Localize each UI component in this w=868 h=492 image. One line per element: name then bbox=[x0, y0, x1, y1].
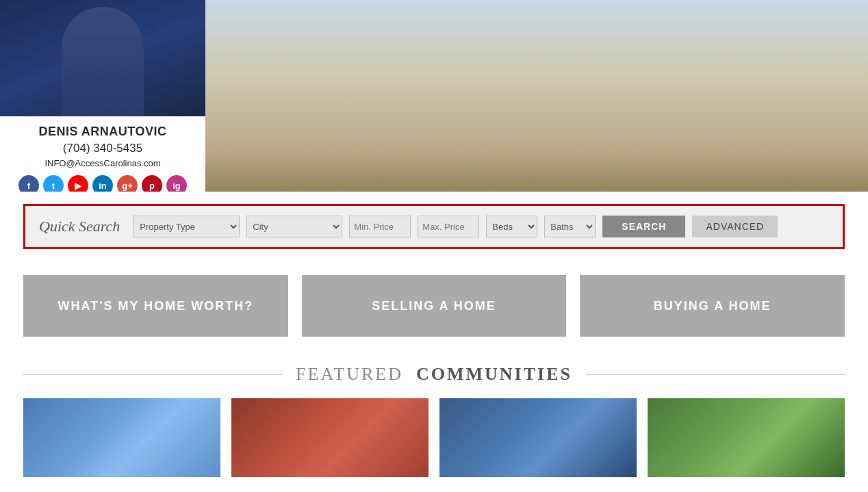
community-card-noda[interactable] bbox=[231, 398, 429, 477]
selling-home-label: SELLING A HOME bbox=[372, 299, 496, 313]
community-card-ballantyne[interactable] bbox=[648, 398, 845, 477]
property-type-select[interactable]: Property Type Single Family Condo Townho… bbox=[133, 216, 240, 237]
agent-name: DENIS ARNAUTOVIC bbox=[11, 125, 194, 139]
agent-phone: (704) 340-5435 bbox=[11, 142, 194, 155]
pinterest-icon[interactable]: p bbox=[142, 175, 162, 192]
community-card-charlotte[interactable] bbox=[23, 398, 220, 477]
linkedin-icon[interactable]: in bbox=[92, 175, 113, 192]
agent-info: DENIS ARNAUTOVIC (704) 340-5435 INFO@Acc… bbox=[0, 116, 205, 192]
agent-email: INFO@AccessCarolinas.com bbox=[11, 158, 194, 168]
instagram-icon[interactable]: ig bbox=[166, 175, 187, 192]
social-icons-row: f t ▶ in g+ p ig bbox=[11, 175, 194, 192]
max-price-input[interactable] bbox=[418, 216, 479, 237]
search-button[interactable]: SEARCH bbox=[602, 216, 685, 237]
featured-line-left bbox=[23, 374, 282, 375]
home-worth-button[interactable]: WHAT'S MY HOME WORTH? bbox=[23, 275, 288, 337]
featured-title: FEATURED COMMUNITIES bbox=[282, 364, 586, 385]
buying-home-button[interactable]: BUYING A HOME bbox=[580, 275, 845, 337]
agent-photo bbox=[0, 0, 205, 116]
facebook-icon[interactable]: f bbox=[18, 175, 39, 192]
quick-search-label: Quick Search bbox=[39, 218, 120, 235]
baths-select[interactable]: Baths 1+ 2+ 3+ 4+ bbox=[544, 216, 596, 237]
city-select[interactable]: City Charlotte Raleigh Durham Asheville bbox=[246, 216, 342, 237]
featured-header: FEATURED COMMUNITIES bbox=[23, 364, 845, 385]
agent-card: DENIS ARNAUTOVIC (704) 340-5435 INFO@Acc… bbox=[0, 0, 205, 192]
featured-line-right bbox=[586, 374, 845, 375]
beds-select[interactable]: Beds 1+ 2+ 3+ 4+ 5+ bbox=[486, 216, 537, 237]
community-card-south-end[interactable] bbox=[439, 398, 637, 477]
min-price-input[interactable] bbox=[349, 216, 411, 237]
google-plus-icon[interactable]: g+ bbox=[117, 175, 138, 192]
quick-search-bar: Quick Search Property Type Single Family… bbox=[23, 204, 845, 249]
twitter-icon[interactable]: t bbox=[43, 175, 64, 192]
buying-home-label: BUYING A HOME bbox=[654, 299, 771, 313]
action-buttons-row: WHAT'S MY HOME WORTH? SELLING A HOME BUY… bbox=[23, 275, 845, 337]
youtube-icon[interactable]: ▶ bbox=[68, 175, 88, 192]
selling-home-button[interactable]: SELLING A HOME bbox=[302, 275, 567, 337]
hero-background bbox=[205, 0, 868, 192]
advanced-button[interactable]: ADVANCED bbox=[692, 216, 778, 237]
community-grid bbox=[23, 398, 845, 477]
home-worth-label: WHAT'S MY HOME WORTH? bbox=[58, 299, 254, 313]
hero-section: DENIS ARNAUTOVIC (704) 340-5435 INFO@Acc… bbox=[0, 0, 868, 192]
featured-communities-section: FEATURED COMMUNITIES bbox=[23, 364, 845, 477]
